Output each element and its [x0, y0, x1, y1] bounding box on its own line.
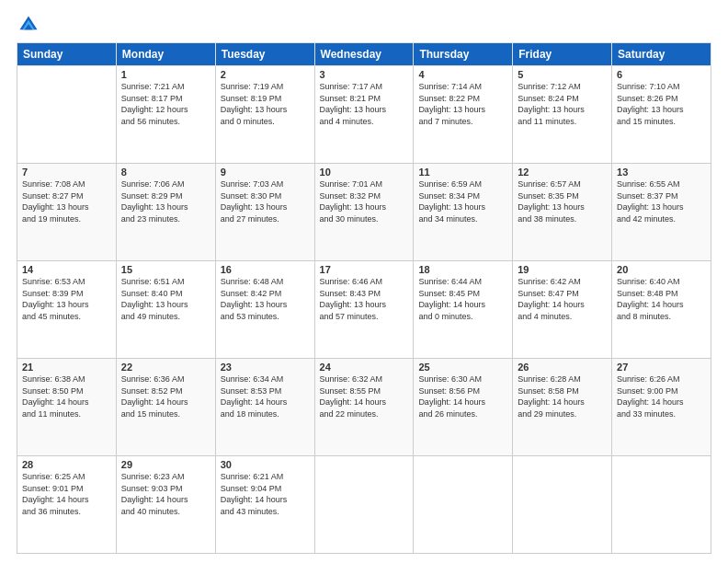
calendar-cell: 4Sunrise: 7:14 AMSunset: 8:22 PMDaylight…	[414, 66, 513, 164]
day-number: 28	[22, 459, 111, 470]
day-info: Sunrise: 6:59 AMSunset: 8:34 PMDaylight:…	[418, 178, 507, 224]
calendar-cell: 17Sunrise: 6:46 AMSunset: 8:43 PMDayligh…	[314, 261, 414, 359]
day-number: 15	[121, 264, 210, 275]
day-info: Sunrise: 6:40 AMSunset: 8:48 PMDaylight:…	[617, 276, 706, 322]
day-info: Sunrise: 6:51 AMSunset: 8:40 PMDaylight:…	[121, 276, 210, 322]
weekday-header: Tuesday	[215, 43, 314, 66]
calendar-cell: 18Sunrise: 6:44 AMSunset: 8:45 PMDayligh…	[414, 261, 513, 359]
calendar-week-row: 7Sunrise: 7:08 AMSunset: 8:27 PMDaylight…	[17, 164, 711, 261]
calendar-cell: 26Sunrise: 6:28 AMSunset: 8:58 PMDayligh…	[513, 359, 612, 456]
day-number: 19	[518, 264, 607, 275]
logo	[17, 15, 42, 35]
calendar-cell: 20Sunrise: 6:40 AMSunset: 8:48 PMDayligh…	[612, 261, 711, 359]
calendar-cell: 25Sunrise: 6:30 AMSunset: 8:56 PMDayligh…	[414, 359, 513, 456]
calendar-cell	[414, 456, 513, 554]
calendar-cell	[314, 456, 414, 554]
day-number: 9	[221, 167, 310, 178]
day-number: 18	[418, 264, 507, 275]
weekday-header: Wednesday	[314, 43, 414, 66]
day-info: Sunrise: 7:12 AMSunset: 8:24 PMDaylight:…	[518, 81, 607, 127]
calendar-cell: 24Sunrise: 6:32 AMSunset: 8:55 PMDayligh…	[314, 359, 414, 456]
day-info: Sunrise: 7:08 AMSunset: 8:27 PMDaylight:…	[22, 178, 111, 224]
day-info: Sunrise: 7:14 AMSunset: 8:22 PMDaylight:…	[418, 81, 507, 127]
calendar-cell: 14Sunrise: 6:53 AMSunset: 8:39 PMDayligh…	[17, 261, 117, 359]
weekday-header: Friday	[513, 43, 612, 66]
day-number: 8	[121, 167, 210, 178]
day-number: 6	[617, 69, 706, 80]
calendar-week-row: 28Sunrise: 6:25 AMSunset: 9:01 PMDayligh…	[17, 456, 711, 554]
calendar-cell	[513, 456, 612, 554]
calendar-table: SundayMondayTuesdayWednesdayThursdayFrid…	[17, 42, 711, 554]
calendar-cell: 6Sunrise: 7:10 AMSunset: 8:26 PMDaylight…	[612, 66, 711, 164]
day-info: Sunrise: 7:10 AMSunset: 8:26 PMDaylight:…	[617, 81, 706, 127]
weekday-header: Monday	[116, 43, 215, 66]
calendar-header-row: SundayMondayTuesdayWednesdayThursdayFrid…	[17, 43, 711, 66]
day-number: 25	[418, 362, 507, 373]
day-info: Sunrise: 7:01 AMSunset: 8:32 PMDaylight:…	[320, 178, 409, 224]
weekday-header: Thursday	[414, 43, 513, 66]
calendar-cell: 12Sunrise: 6:57 AMSunset: 8:35 PMDayligh…	[513, 164, 612, 261]
calendar-cell: 28Sunrise: 6:25 AMSunset: 9:01 PMDayligh…	[17, 456, 117, 554]
day-info: Sunrise: 6:44 AMSunset: 8:45 PMDaylight:…	[418, 276, 507, 322]
calendar-cell	[17, 66, 117, 164]
day-number: 10	[320, 167, 409, 178]
day-info: Sunrise: 7:06 AMSunset: 8:29 PMDaylight:…	[121, 178, 210, 224]
day-number: 2	[221, 69, 310, 80]
calendar-cell	[612, 456, 711, 554]
calendar-cell: 27Sunrise: 6:26 AMSunset: 9:00 PMDayligh…	[612, 359, 711, 456]
day-info: Sunrise: 7:21 AMSunset: 8:17 PMDaylight:…	[121, 81, 210, 127]
day-info: Sunrise: 6:34 AMSunset: 8:53 PMDaylight:…	[221, 373, 310, 419]
calendar-cell: 16Sunrise: 6:48 AMSunset: 8:42 PMDayligh…	[215, 261, 314, 359]
day-info: Sunrise: 6:30 AMSunset: 8:56 PMDaylight:…	[418, 373, 507, 419]
calendar-cell: 22Sunrise: 6:36 AMSunset: 8:52 PMDayligh…	[116, 359, 215, 456]
day-number: 17	[320, 264, 409, 275]
day-info: Sunrise: 7:17 AMSunset: 8:21 PMDaylight:…	[320, 81, 409, 127]
calendar-cell: 30Sunrise: 6:21 AMSunset: 9:04 PMDayligh…	[215, 456, 314, 554]
calendar-cell: 9Sunrise: 7:03 AMSunset: 8:30 PMDaylight…	[215, 164, 314, 261]
day-info: Sunrise: 6:57 AMSunset: 8:35 PMDaylight:…	[518, 178, 607, 224]
calendar-cell: 29Sunrise: 6:23 AMSunset: 9:03 PMDayligh…	[116, 456, 215, 554]
day-info: Sunrise: 6:36 AMSunset: 8:52 PMDaylight:…	[121, 373, 210, 419]
day-number: 30	[221, 459, 310, 470]
calendar-week-row: 1Sunrise: 7:21 AMSunset: 8:17 PMDaylight…	[17, 66, 711, 164]
calendar-cell: 2Sunrise: 7:19 AMSunset: 8:19 PMDaylight…	[215, 66, 314, 164]
calendar-cell: 1Sunrise: 7:21 AMSunset: 8:17 PMDaylight…	[116, 66, 215, 164]
day-number: 22	[121, 362, 210, 373]
page: SundayMondayTuesdayWednesdayThursdayFrid…	[0, 0, 728, 563]
day-number: 1	[121, 69, 210, 80]
calendar-cell: 13Sunrise: 6:55 AMSunset: 8:37 PMDayligh…	[612, 164, 711, 261]
day-info: Sunrise: 6:46 AMSunset: 8:43 PMDaylight:…	[320, 276, 409, 322]
calendar-cell: 19Sunrise: 6:42 AMSunset: 8:47 PMDayligh…	[513, 261, 612, 359]
day-info: Sunrise: 6:21 AMSunset: 9:04 PMDaylight:…	[221, 471, 310, 517]
calendar-cell: 15Sunrise: 6:51 AMSunset: 8:40 PMDayligh…	[116, 261, 215, 359]
day-info: Sunrise: 6:32 AMSunset: 8:55 PMDaylight:…	[320, 373, 409, 419]
day-number: 11	[418, 167, 507, 178]
day-info: Sunrise: 6:26 AMSunset: 9:00 PMDaylight:…	[617, 373, 706, 419]
calendar-week-row: 14Sunrise: 6:53 AMSunset: 8:39 PMDayligh…	[17, 261, 711, 359]
weekday-header: Saturday	[612, 43, 711, 66]
day-number: 7	[22, 167, 111, 178]
day-info: Sunrise: 7:03 AMSunset: 8:30 PMDaylight:…	[221, 178, 310, 224]
day-number: 12	[518, 167, 607, 178]
day-number: 3	[320, 69, 409, 80]
day-info: Sunrise: 6:28 AMSunset: 8:58 PMDaylight:…	[518, 373, 607, 419]
day-info: Sunrise: 7:19 AMSunset: 8:19 PMDaylight:…	[221, 81, 310, 127]
day-info: Sunrise: 6:48 AMSunset: 8:42 PMDaylight:…	[221, 276, 310, 322]
day-number: 5	[518, 69, 607, 80]
day-info: Sunrise: 6:23 AMSunset: 9:03 PMDaylight:…	[121, 471, 210, 517]
day-number: 29	[121, 459, 210, 470]
day-info: Sunrise: 6:42 AMSunset: 8:47 PMDaylight:…	[518, 276, 607, 322]
header	[17, 15, 711, 35]
day-number: 26	[518, 362, 607, 373]
calendar-week-row: 21Sunrise: 6:38 AMSunset: 8:50 PMDayligh…	[17, 359, 711, 456]
day-number: 13	[617, 167, 706, 178]
logo-icon	[18, 15, 39, 35]
day-number: 27	[617, 362, 706, 373]
day-info: Sunrise: 6:53 AMSunset: 8:39 PMDaylight:…	[22, 276, 111, 322]
calendar-cell: 23Sunrise: 6:34 AMSunset: 8:53 PMDayligh…	[215, 359, 314, 456]
calendar-cell: 3Sunrise: 7:17 AMSunset: 8:21 PMDaylight…	[314, 66, 414, 164]
weekday-header: Sunday	[17, 43, 117, 66]
day-number: 4	[418, 69, 507, 80]
day-number: 14	[22, 264, 111, 275]
calendar-cell: 5Sunrise: 7:12 AMSunset: 8:24 PMDaylight…	[513, 66, 612, 164]
